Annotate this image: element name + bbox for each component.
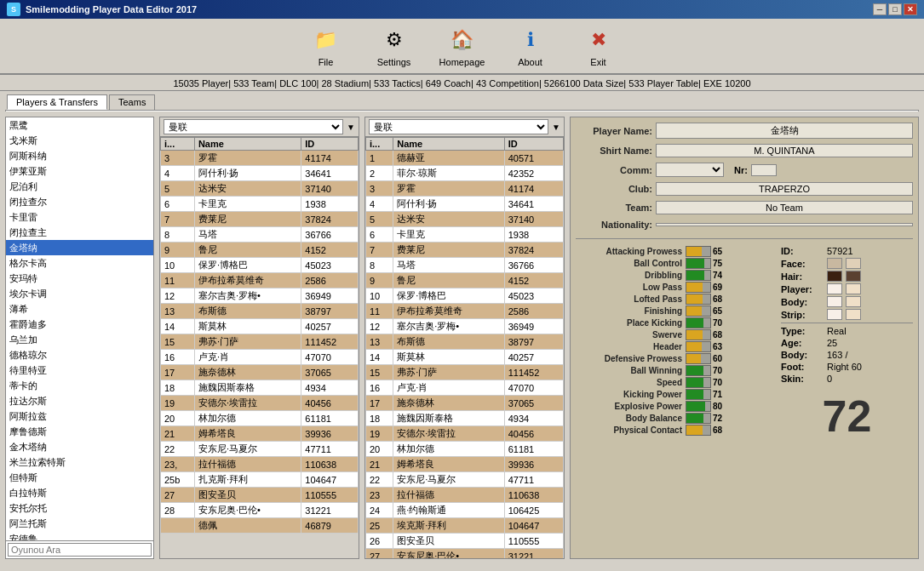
player-item[interactable]: 黑鹭	[6, 117, 153, 133]
table-row[interactable]: 23拉什福德110638	[366, 488, 564, 503]
tab-teams[interactable]: Teams	[109, 94, 155, 110]
table-row[interactable]: 24燕·约翰斯通106425	[366, 503, 564, 518]
table-row[interactable]: 16卢克·肖47070	[366, 380, 564, 396]
table-row[interactable]: 19安德尔·埃雷拉40456	[161, 396, 359, 411]
table-row[interactable]: 22安东尼·马夏尔47711	[366, 472, 564, 488]
team-dropdown-left[interactable]: 曼联	[164, 119, 343, 134]
table-row[interactable]: 19安德尔·埃雷拉40456	[366, 426, 564, 442]
player-item[interactable]: 埃尔卡调	[6, 286, 153, 301]
table-row[interactable]: 10保罗·博格巴45023	[366, 288, 564, 304]
col-name-left[interactable]: Name	[194, 138, 301, 151]
player-item[interactable]: 摩鲁德斯	[6, 424, 153, 439]
table-row[interactable]: 15弗苏·门萨111452	[366, 365, 564, 380]
player-item[interactable]: 金塔纳	[6, 240, 153, 255]
player-list[interactable]: 黑鹭戈米斯阿斯科纳伊莱亚斯尼泊利闭拉查尔卡里雷闭拉查主金塔纳格尔卡高安玛特埃尔卡…	[6, 117, 153, 540]
team-table-left-scroll[interactable]: i... Name ID 3罗霍411744阿什利·扬346415达米安3714…	[160, 137, 359, 558]
table-row[interactable]: 7费莱尼37824	[161, 212, 359, 227]
table-row[interactable]: 11伊布拉希莫维奇2586	[366, 304, 564, 319]
table-row[interactable]: 21姆希塔良39936	[161, 426, 359, 442]
table-row[interactable]: 20林加尔德61181	[366, 442, 564, 457]
file-button[interactable]: 📁 File	[301, 25, 352, 67]
table-row[interactable]: 德佩46879	[161, 518, 359, 534]
table-row[interactable]: 27图安圣贝110555	[161, 488, 359, 503]
table-row[interactable]: 13布斯德38797	[366, 334, 564, 350]
team-dropdown-right[interactable]: 曼联	[369, 119, 548, 134]
table-row[interactable]: 18施魏因斯泰格4934	[161, 380, 359, 396]
table-row[interactable]: 8马塔36766	[161, 227, 359, 243]
table-row[interactable]: 3罗霍41174	[161, 151, 359, 166]
player-item[interactable]: 乌兰加	[6, 332, 153, 347]
table-row[interactable]: 26图安圣贝110555	[366, 534, 564, 549]
table-row[interactable]: 10保罗·博格巴45023	[161, 258, 359, 273]
table-row[interactable]: 16卢克·肖47070	[161, 350, 359, 365]
about-button[interactable]: ℹ About	[505, 25, 556, 67]
player-item[interactable]: 拉达尔斯	[6, 393, 153, 408]
table-row[interactable]: 8马塔36766	[366, 258, 564, 273]
tab-players-transfers[interactable]: Players & Transfers	[7, 94, 107, 110]
player-item[interactable]: 阿斯科纳	[6, 148, 153, 163]
player-item[interactable]: 霍爵迪多	[6, 317, 153, 332]
close-button[interactable]: ✕	[904, 3, 917, 15]
search-input[interactable]	[8, 543, 152, 557]
table-row[interactable]: 1德赫亚40571	[366, 151, 564, 166]
table-row[interactable]: 5达米安37140	[161, 181, 359, 197]
player-item[interactable]: 金木塔纳	[6, 439, 153, 454]
restore-button[interactable]: □	[888, 3, 902, 15]
table-row[interactable]: 21姆希塔良39936	[366, 457, 564, 472]
table-row[interactable]: 13布斯德38797	[161, 304, 359, 319]
table-row[interactable]: 25埃克斯·拜利104647	[366, 518, 564, 534]
player-item[interactable]: 伊莱亚斯	[6, 163, 153, 179]
table-row[interactable]: 12塞尔吉奥·罗梅•36949	[161, 288, 359, 304]
player-item[interactable]: 尼泊利	[6, 179, 153, 194]
table-row[interactable]: 18施魏因斯泰格4934	[366, 411, 564, 426]
player-item[interactable]: 格尔卡高	[6, 255, 153, 271]
table-row[interactable]: 23,拉什福德110638	[161, 457, 359, 472]
table-row[interactable]: 2菲尔·琼斯42352	[366, 166, 564, 181]
table-row[interactable]: 9鲁尼4152	[366, 273, 564, 288]
table-row[interactable]: 11伊布拉希莫维奇2586	[161, 273, 359, 288]
homepage-button[interactable]: 🏠 Homepage	[437, 25, 488, 67]
table-row[interactable]: 6卡里克1938	[366, 227, 564, 243]
player-item[interactable]: 卡里雷	[6, 209, 153, 225]
table-row[interactable]: 20林加尔德61181	[161, 411, 359, 426]
col-name-right[interactable]: Name	[393, 138, 504, 151]
minimize-button[interactable]: ─	[873, 3, 887, 15]
player-item[interactable]: 安德鲁	[6, 531, 153, 540]
table-row[interactable]: 12塞尔吉奥·罗梅•36949	[366, 319, 564, 334]
player-item[interactable]: 闭拉查尔	[6, 194, 153, 209]
player-item[interactable]: 阿斯拉兹	[6, 408, 153, 424]
team-table-right-scroll[interactable]: i... Name ID 1德赫亚405712菲尔·琼斯423523罗霍4117…	[365, 137, 564, 558]
player-item[interactable]: 安托尔托	[6, 500, 153, 516]
player-item[interactable]: 蒂卡的	[6, 378, 153, 393]
player-item[interactable]: 但特斯	[6, 470, 153, 485]
player-item[interactable]: 德格琼尔	[6, 347, 153, 363]
table-row[interactable]: 14斯莫林40257	[366, 350, 564, 365]
nr-input[interactable]	[751, 164, 777, 176]
col-id-left[interactable]: ID	[301, 138, 359, 151]
table-row[interactable]: 17施奈德林37065	[161, 365, 359, 380]
player-item[interactable]: 阿兰托斯	[6, 516, 153, 531]
table-row[interactable]: 4阿什利·扬34641	[366, 197, 564, 212]
table-row[interactable]: 22安东尼·马夏尔47711	[161, 442, 359, 457]
table-row[interactable]: 3罗霍41174	[366, 181, 564, 197]
table-row[interactable]: 6卡里克1938	[161, 197, 359, 212]
col-index-right[interactable]: i...	[366, 138, 393, 151]
col-id-right[interactable]: ID	[504, 138, 563, 151]
player-item[interactable]: 白拉特斯	[6, 485, 153, 500]
player-item[interactable]: 待里特亚	[6, 363, 153, 378]
table-row[interactable]: 27安东尼奥·巴伦•31221	[366, 549, 564, 559]
player-item[interactable]: 安玛特	[6, 271, 153, 286]
player-item[interactable]: 戈米斯	[6, 133, 153, 148]
settings-button[interactable]: ⚙ Settings	[369, 25, 420, 67]
table-row[interactable]: 9鲁尼4152	[161, 243, 359, 258]
player-item[interactable]: 薄希	[6, 301, 153, 317]
table-row[interactable]: 17施奈德林37065	[366, 396, 564, 411]
table-row[interactable]: 28安东尼奥·巴伦•31221	[161, 503, 359, 518]
table-row[interactable]: 14斯莫林40257	[161, 319, 359, 334]
comm-dropdown[interactable]	[656, 163, 724, 177]
col-index-left[interactable]: i...	[161, 138, 195, 151]
exit-button[interactable]: ✖ Exit	[573, 25, 624, 67]
player-item[interactable]: 米兰拉索特斯	[6, 454, 153, 470]
table-row[interactable]: 15弗苏·门萨111452	[161, 334, 359, 350]
table-row[interactable]: 5达米安37140	[366, 212, 564, 227]
